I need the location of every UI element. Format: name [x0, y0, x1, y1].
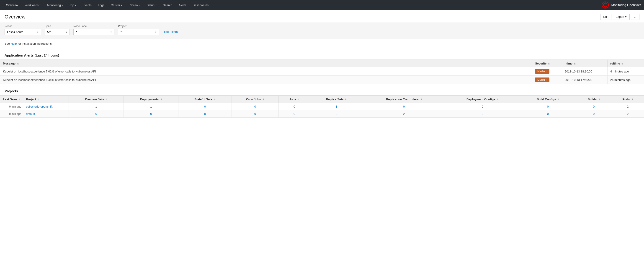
project-jobs[interactable]: 0	[278, 110, 310, 118]
page-header: Overview Edit Export ▾ ...	[0, 10, 644, 22]
alert-severity: Medium	[532, 76, 562, 84]
span-select-wrapper[interactable]: 5m	[45, 29, 70, 35]
sort-icon: ⇅	[574, 63, 576, 65]
sort-icon: ⇅	[548, 63, 550, 65]
export-button[interactable]: Export ▾	[613, 14, 630, 20]
sort-icon: ⇅	[214, 98, 216, 101]
project-deployments[interactable]: 1	[124, 103, 178, 110]
nav-item-setup[interactable]: Setup ▾	[144, 0, 160, 10]
nav-item-review[interactable]: Review ▾	[125, 0, 144, 10]
project-filter: Project *	[118, 24, 159, 35]
projects-table: Last Seen ⇅ Project ⇅ Daemon Sets ⇅ Depl…	[0, 96, 644, 118]
col-deployment-configs[interactable]: Deployment Configs ⇅	[445, 96, 520, 103]
more-button[interactable]: ...	[631, 14, 640, 20]
alert-reltime: 24 minutes ago	[608, 76, 644, 84]
project-cron-jobs[interactable]: 0	[232, 103, 279, 110]
node-label-select[interactable]: *	[74, 29, 114, 35]
node-label-filter: Node Label *	[74, 24, 114, 35]
project-select-wrapper[interactable]: *	[118, 29, 159, 35]
project-pods[interactable]: 2	[612, 110, 644, 118]
node-label-select-wrapper[interactable]: *	[74, 29, 114, 35]
project-build-configs[interactable]: 0	[520, 103, 576, 110]
col-time[interactable]: _time ⇅	[562, 60, 608, 67]
nav-item-overview[interactable]: Overview	[3, 0, 22, 10]
nav-item-dashboards[interactable]: Dashboards	[189, 0, 212, 10]
alert-message: Kubelet on localhost experience 6.44% of…	[0, 76, 532, 84]
col-replica-sets[interactable]: Replica Sets ⇅	[310, 96, 363, 103]
col-cron-jobs[interactable]: Cron Jobs ⇅	[232, 96, 279, 103]
col-builds[interactable]: Builds ⇅	[576, 96, 612, 103]
chevron-down-icon: ▾	[121, 4, 122, 6]
col-replication-controllers[interactable]: Replication Controllers ⇅	[363, 96, 445, 103]
project-builds[interactable]: 0	[576, 103, 612, 110]
nav-item-search[interactable]: Search	[160, 0, 176, 10]
project-cron-jobs[interactable]: 0	[232, 110, 279, 118]
chevron-down-icon: ▾	[40, 4, 40, 6]
alert-severity: Medium	[532, 67, 562, 76]
project-name[interactable]: collectorforopenshift	[23, 103, 69, 110]
nav-item-monitoring[interactable]: Monitoring ▾	[44, 0, 66, 10]
project-build-configs[interactable]: 0	[520, 110, 576, 118]
sort-icon: ⇅	[631, 98, 633, 101]
col-deployments[interactable]: Deployments ⇅	[124, 96, 178, 103]
nav-item-alerts[interactable]: Alerts	[176, 0, 189, 10]
nav-item-top[interactable]: Top ▾	[66, 0, 79, 10]
table-row: Kubelet on localhost experience 7.02% of…	[0, 67, 644, 76]
col-daemon-sets[interactable]: Daemon Sets ⇅	[69, 96, 124, 103]
nav-item-workloads[interactable]: Workloads ▾	[22, 0, 44, 10]
table-row: 0 min ago collectorforopenshift 1 1 0 0 …	[0, 103, 644, 110]
chevron-down-icon: ▾	[139, 4, 140, 6]
projects-section-title: Projects	[0, 87, 644, 96]
alerts-table: Message ⇅ Severity ⇅ _time ⇅ reltime ⇅ K…	[0, 60, 644, 84]
project-deployment-configs[interactable]: 2	[445, 110, 520, 118]
alert-time: 2018-10-13 18:10:00	[562, 67, 608, 76]
period-select[interactable]: Last 4 hours	[4, 29, 41, 35]
span-select[interactable]: 5m	[45, 29, 70, 35]
col-reltime[interactable]: reltime ⇅	[608, 60, 644, 67]
project-stateful-sets[interactable]: 0	[178, 103, 232, 110]
table-row: Kubelet on localhost experience 6.44% of…	[0, 76, 644, 84]
col-build-configs[interactable]: Build Configs ⇅	[520, 96, 576, 103]
chevron-down-icon: ▾	[625, 15, 627, 18]
col-jobs[interactable]: Jobs ⇅	[278, 96, 310, 103]
period-select-wrapper[interactable]: Last 4 hours	[4, 29, 41, 35]
col-severity[interactable]: Severity ⇅	[532, 60, 562, 67]
sort-icon: ⇅	[598, 98, 600, 101]
nav-item-logs[interactable]: Logs	[95, 0, 108, 10]
help-link[interactable]: Help	[11, 42, 17, 45]
sort-icon: ⇅	[160, 98, 162, 101]
project-replica-sets[interactable]: 1	[310, 103, 363, 110]
nav-item-cluster[interactable]: Cluster ▾	[108, 0, 125, 10]
sort-icon: ⇅	[497, 98, 498, 101]
project-stateful-sets[interactable]: 0	[178, 110, 232, 118]
col-project[interactable]: Project ⇅	[23, 96, 69, 103]
col-pods[interactable]: Pods ⇅	[612, 96, 644, 103]
project-replication-controllers[interactable]: 0	[363, 103, 445, 110]
sort-icon: ⇅	[17, 63, 19, 65]
project-replication-controllers[interactable]: 2	[363, 110, 445, 118]
project-daemon-sets[interactable]: 0	[69, 110, 124, 118]
edit-button[interactable]: Edit	[600, 14, 611, 20]
project-builds[interactable]: 0	[576, 110, 612, 118]
project-daemon-sets[interactable]: 1	[69, 103, 124, 110]
nav-item-events[interactable]: Events	[79, 0, 95, 10]
project-pods[interactable]: 2	[612, 103, 644, 110]
alerts-section-title: Application Alerts (Last 24 hours)	[0, 51, 644, 60]
hide-filters-link[interactable]: Hide Filters	[163, 30, 178, 34]
col-last-seen[interactable]: Last Seen ⇅	[0, 96, 23, 103]
header-actions: Edit Export ▾ ...	[600, 14, 640, 20]
page-title: Overview	[4, 14, 26, 20]
project-name[interactable]: default	[23, 110, 69, 118]
sort-icon: ⇅	[622, 63, 623, 65]
project-jobs[interactable]: 0	[278, 103, 310, 110]
project-deployment-configs[interactable]: 0	[445, 103, 520, 110]
sort-icon: ⇅	[106, 98, 107, 101]
project-deployments[interactable]: 0	[124, 110, 178, 118]
col-message[interactable]: Message ⇅	[0, 60, 532, 67]
project-select[interactable]: *	[118, 29, 159, 35]
chevron-down-icon: ▾	[156, 4, 156, 6]
sort-icon: ⇅	[262, 98, 264, 101]
project-replica-sets[interactable]: 0	[310, 110, 363, 118]
svg-point-1	[604, 3, 607, 7]
col-stateful-sets[interactable]: Stateful Sets ⇅	[178, 96, 232, 103]
